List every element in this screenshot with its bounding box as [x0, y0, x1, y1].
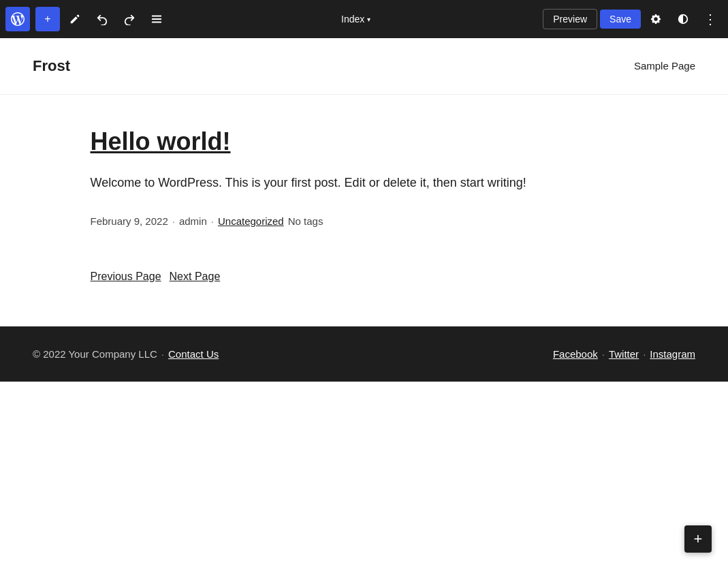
pagination: Previous Page Next Page	[91, 271, 638, 283]
footer-copyright: © 2022 Your Company LLC	[33, 348, 157, 360]
footer-sep-3: ·	[643, 348, 646, 360]
twitter-link[interactable]: Twitter	[609, 348, 639, 360]
footer-sep-2: ·	[602, 348, 605, 360]
page-wrapper: Frost Sample Page Hello world! Welcome t…	[0, 38, 728, 382]
toolbar-center: Index ▾	[172, 10, 540, 29]
footer-right: Facebook · Twitter · Instagram	[553, 348, 695, 360]
post-author: admin	[179, 215, 207, 227]
next-page-link[interactable]: Next Page	[170, 271, 221, 283]
settings-button[interactable]	[644, 7, 668, 31]
meta-separator-1: ·	[172, 215, 175, 227]
post-article: Hello world! Welcome to WordPress. This …	[91, 127, 638, 227]
site-header: Frost Sample Page	[0, 38, 728, 95]
sample-page-link[interactable]: Sample Page	[634, 60, 695, 72]
post-date: February 9, 2022	[91, 215, 168, 227]
footer-sep-1: ·	[161, 348, 164, 360]
index-dropdown-button[interactable]: Index ▾	[336, 10, 376, 29]
post-title: Hello world!	[91, 127, 638, 156]
wp-logo[interactable]	[5, 7, 30, 31]
post-category-link[interactable]: Uncategorized	[218, 215, 284, 227]
instagram-link[interactable]: Instagram	[650, 348, 695, 360]
more-options-button[interactable]: ⋮	[698, 7, 723, 31]
toolbar-right: Preview Save ⋮	[543, 7, 723, 31]
post-meta: February 9, 2022 · admin · Uncategorized…	[91, 215, 638, 227]
main-nav: Sample Page	[634, 60, 695, 72]
index-label: Index	[341, 14, 364, 25]
edit-button[interactable]	[63, 7, 87, 31]
toolbar: + Index ▾ Preview Save ⋮	[0, 0, 728, 38]
meta-separator-2: ·	[211, 215, 214, 227]
site-title[interactable]: Frost	[33, 57, 70, 75]
site-footer: © 2022 Your Company LLC · Contact Us Fac…	[0, 326, 728, 382]
list-view-button[interactable]	[144, 7, 169, 31]
save-button[interactable]: Save	[600, 10, 641, 29]
main-content: Hello world! Welcome to WordPress. This …	[58, 95, 671, 326]
post-excerpt: Welcome to WordPress. This is your first…	[91, 172, 638, 194]
chevron-down-icon: ▾	[367, 16, 370, 23]
previous-page-link[interactable]: Previous Page	[91, 271, 161, 283]
facebook-link[interactable]: Facebook	[553, 348, 598, 360]
redo-button[interactable]	[117, 7, 142, 31]
undo-button[interactable]	[90, 7, 114, 31]
footer-left: © 2022 Your Company LLC · Contact Us	[33, 348, 219, 360]
contact-us-link[interactable]: Contact Us	[168, 348, 219, 360]
contrast-button[interactable]	[671, 7, 695, 31]
post-tags: No tags	[288, 215, 323, 227]
add-block-button[interactable]: +	[35, 7, 60, 31]
preview-button[interactable]: Preview	[543, 9, 597, 29]
